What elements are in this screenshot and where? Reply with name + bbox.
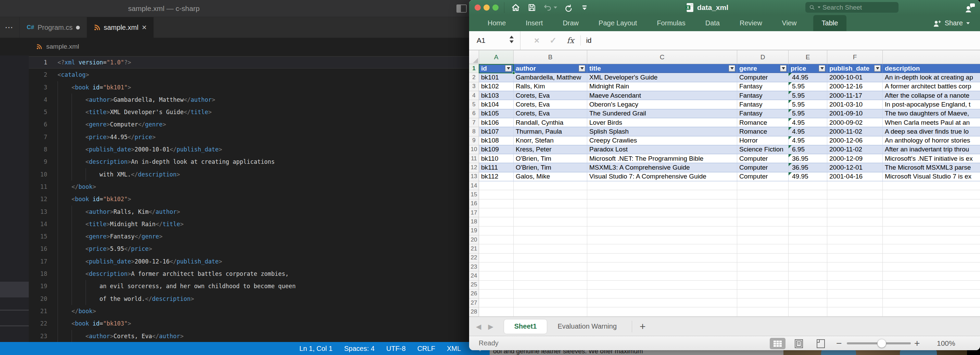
cell-C23[interactable] [587,262,737,271]
cell-B4[interactable]: Corets, Eva [514,91,587,100]
cell-C6[interactable]: The Sundered Grail [587,109,737,118]
cell-A6[interactable]: bk105 [479,109,514,118]
confirm-entry-button[interactable]: ✓ [550,36,557,45]
cell-E24[interactable] [789,271,827,280]
cell-G8[interactable]: A deep sea diver finds true lo [883,127,980,136]
cell-B19[interactable] [514,227,587,235]
cell-D27[interactable] [737,299,789,307]
row-header-1[interactable]: 1 [469,64,479,73]
cell-F25[interactable] [827,281,883,289]
cell-C13[interactable]: Visual Studio 7: A Comprehensive Guide [587,173,737,181]
row-header-8[interactable]: 8 [469,127,479,136]
filter-button-price[interactable] [819,65,825,72]
cell-E10[interactable]: 6.95 [789,145,827,154]
cell-G12[interactable]: The Microsoft MSXML3 parse [883,163,980,172]
row-header-24[interactable]: 24 [469,271,479,280]
filter-button-title[interactable] [729,65,735,72]
cell-C12[interactable]: MSXML3: A Comprehensive Guide [587,163,737,172]
row-header-16[interactable]: 16 [469,200,479,208]
customize-toolbar-icon[interactable] [580,3,589,12]
cell-C1[interactable]: title [587,64,737,73]
cell-A25[interactable] [479,281,514,289]
cell-C5[interactable]: Oberon's Legacy [587,100,737,109]
cell-A9[interactable]: bk108 [479,136,514,145]
cell-A16[interactable] [479,200,514,208]
undo-dropdown-icon[interactable] [554,6,557,8]
cell-F16[interactable] [827,200,883,208]
code-line-6[interactable]: 6<genre>Computer</genre> [0,118,490,131]
ribbon-tab-insert[interactable]: Insert [522,15,546,31]
row-header-6[interactable]: 6 [469,109,479,118]
cell-C17[interactable] [587,208,737,217]
cell-D17[interactable] [737,208,789,217]
cell-D19[interactable] [737,227,789,235]
modified-dot-icon[interactable] [76,26,80,29]
cell-A19[interactable] [479,227,514,235]
ribbon-tab-table[interactable]: Table [813,15,847,31]
row-header-26[interactable]: 26 [469,289,479,299]
cell-B21[interactable] [514,244,587,253]
ribbon-tab-draw[interactable]: Draw [559,15,582,31]
tab-program-cs[interactable]: C# Program.cs [19,17,87,38]
cell-D24[interactable] [737,271,789,280]
cell-A18[interactable] [479,217,514,226]
code-line-16[interactable]: 16<price>5.95</price> [0,243,490,255]
cell-A22[interactable] [479,254,514,262]
ribbon-tab-review[interactable]: Review [736,15,766,31]
column-header-C[interactable]: C [587,50,737,64]
cell-E28[interactable] [789,307,827,316]
cell-G17[interactable] [883,208,980,217]
cell-D26[interactable] [737,289,789,299]
cell-E21[interactable] [789,244,827,253]
search-scope-chevron-icon[interactable] [818,6,821,8]
sidebar-strip[interactable] [0,56,29,342]
next-sheet-icon[interactable]: ▶ [488,323,493,331]
cell-D23[interactable] [737,262,789,271]
search-sheet-field[interactable]: Search Sheet [805,2,899,13]
cell-D12[interactable]: Computer [737,163,789,172]
cell-B15[interactable] [514,190,587,199]
cell-B22[interactable] [514,254,587,262]
cell-G21[interactable] [883,244,980,253]
cell-B3[interactable]: Ralls, Kim [514,82,587,91]
cell-D6[interactable]: Fantasy [737,109,789,118]
code-line-9[interactable]: 9<description>An in-depth look at creati… [0,155,490,168]
column-header-F[interactable]: F [827,50,883,64]
cell-B9[interactable]: Knorr, Stefan [514,136,587,145]
cell-E12[interactable]: 36.95 [789,163,827,172]
status-item[interactable]: XML [447,345,461,353]
tab-sample-xml[interactable]: sample.xml × [87,17,154,38]
cell-A15[interactable] [479,190,514,199]
cell-E27[interactable] [789,299,827,307]
cell-G27[interactable] [883,299,980,307]
cell-D9[interactable]: Horror [737,136,789,145]
column-header-B[interactable]: B [514,50,587,64]
cell-D11[interactable]: Computer [737,154,789,163]
name-box[interactable]: A1 [469,31,520,50]
cell-B13[interactable]: Galos, Mike [514,173,587,181]
cell-C16[interactable] [587,200,737,208]
cell-B26[interactable] [514,289,587,299]
cell-C2[interactable]: XML Developer's Guide [587,73,737,82]
cell-C20[interactable] [587,235,737,244]
cell-D7[interactable]: Romance [737,118,789,127]
cell-G9[interactable]: An anthology of horror stories [883,136,980,145]
cell-E20[interactable] [789,235,827,244]
cell-F1[interactable]: publish_date [827,64,883,73]
cell-E7[interactable]: 4.95 [789,118,827,127]
cell-B1[interactable]: author [514,64,587,73]
cell-D15[interactable] [737,190,789,199]
column-header-E[interactable]: E [789,50,827,64]
cell-D8[interactable]: Romance [737,127,789,136]
cell-D10[interactable]: Science Fiction [737,145,789,154]
row-header-15[interactable]: 15 [469,190,479,199]
cell-A21[interactable] [479,244,514,253]
code-line-1[interactable]: 1<?xml version="1.0"?> [0,56,490,69]
row-header-23[interactable]: 23 [469,262,479,271]
more-actions-icon[interactable]: ⋯ [5,17,14,38]
cell-G5[interactable]: In post-apocalypse England, t [883,100,980,109]
cell-C3[interactable]: Midnight Rain [587,82,737,91]
cell-C14[interactable] [587,181,737,190]
cell-A14[interactable] [479,181,514,190]
cell-C28[interactable] [587,307,737,316]
